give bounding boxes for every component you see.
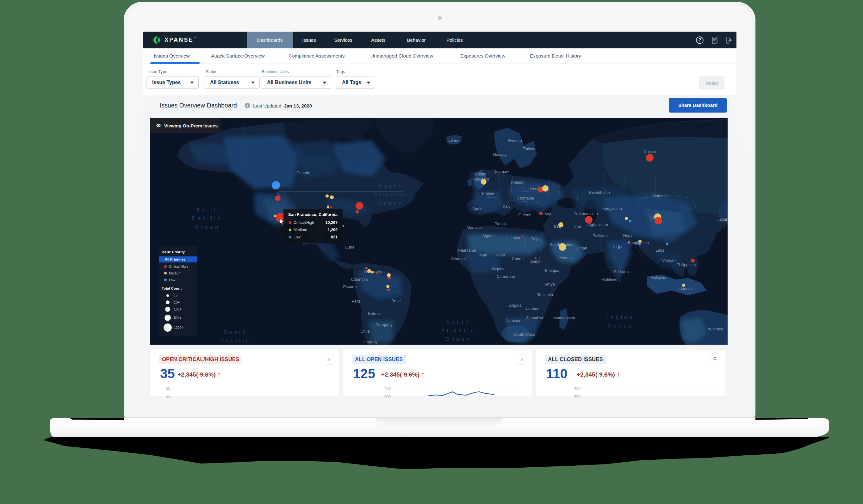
svg-text:Colombia: Colombia: [351, 277, 368, 282]
svg-text:Indian: Indian: [607, 315, 634, 320]
svg-text:Afghanistan: Afghanistan: [587, 223, 608, 227]
svg-text:100+: 100+: [174, 307, 182, 311]
svg-text:Kyrgyzstan: Kyrgyzstan: [602, 206, 622, 211]
svg-text:Canada: Canada: [297, 171, 310, 175]
svg-text:San Francisco, California: San Francisco, California: [288, 212, 338, 217]
svg-text:Cameroon: Cameroon: [497, 275, 515, 279]
svg-text:Brazil: Brazil: [391, 299, 401, 303]
svg-text:Chad: Chad: [512, 257, 521, 261]
svg-text:1,209: 1,209: [328, 228, 338, 232]
svg-text:Mali: Mali: [479, 253, 487, 257]
svg-text:Ocean: Ocean: [194, 224, 220, 229]
svg-text:Mauritania: Mauritania: [458, 248, 476, 253]
svg-text:Ocean: Ocean: [608, 323, 634, 328]
svg-text:Laos: Laos: [655, 248, 664, 253]
svg-text:Zimbabwe: Zimbabwe: [526, 316, 545, 320]
svg-text:Finland: Finland: [523, 147, 536, 151]
svg-text:Denmark: Denmark: [493, 169, 510, 174]
svg-text:Libya: Libya: [511, 236, 520, 240]
svg-text:Angola: Angola: [509, 303, 522, 308]
svg-text:Critical/High: Critical/High: [169, 265, 188, 268]
svg-text:France: France: [482, 191, 495, 196]
svg-text:500+: 500+: [174, 316, 182, 320]
svg-text:Paraguay: Paraguay: [375, 323, 392, 327]
svg-text:Bolivia: Bolivia: [368, 312, 380, 316]
svg-text:Japan: Japan: [717, 217, 728, 222]
svg-text:South: South: [446, 319, 471, 325]
svg-text:Kazakhstan: Kazakhstan: [589, 191, 610, 195]
svg-text:Maldives: Maldives: [601, 278, 617, 282]
svg-text:Pacific: Pacific: [192, 216, 222, 221]
svg-text:Nigeria: Nigeria: [492, 267, 504, 271]
svg-text:Iran: Iran: [574, 225, 581, 229]
svg-text:Low: Low: [169, 278, 175, 282]
svg-text:South Africa: South Africa: [514, 332, 535, 337]
svg-text:Mongolia: Mongolia: [653, 194, 669, 198]
svg-text:Algeria: Algeria: [483, 234, 495, 238]
svg-text:Ocean: Ocean: [446, 337, 471, 342]
svg-text:North: North: [196, 207, 219, 213]
svg-text:Medium: Medium: [169, 271, 181, 275]
svg-text:1+: 1+: [174, 294, 178, 298]
svg-text:Norway: Norway: [493, 152, 507, 157]
svg-text:Uruguay: Uruguay: [363, 340, 378, 344]
svg-text:Poland: Poland: [511, 180, 524, 185]
svg-text:Australia: Australia: [708, 327, 723, 331]
svg-text:Philippines: Philippines: [677, 263, 696, 267]
svg-text:Romania: Romania: [518, 196, 534, 200]
svg-text:Atlantic: Atlantic: [441, 328, 475, 333]
svg-text:Sudan: Sudan: [530, 259, 541, 264]
svg-text:Malaysia: Malaysia: [650, 275, 666, 280]
svg-text:Madagascar: Madagascar: [554, 316, 575, 320]
svg-text:Ocean: Ocean: [378, 200, 404, 206]
svg-text:Indonesia: Indonesia: [676, 287, 693, 291]
svg-text:1000+: 1000+: [174, 326, 184, 329]
svg-text:Pakistan: Pakistan: [592, 234, 608, 238]
svg-text:South: South: [224, 329, 248, 335]
svg-text:10+: 10+: [174, 300, 180, 304]
svg-text:Niger: Niger: [496, 253, 505, 257]
svg-text:Sweden: Sweden: [508, 138, 522, 143]
svg-text:India: India: [613, 245, 622, 249]
svg-text:Kenya: Kenya: [543, 282, 554, 287]
svg-text:All Priorities: All Priorities: [165, 257, 185, 261]
svg-text:Yemen: Yemen: [560, 256, 572, 260]
svg-text:Tunisia: Tunisia: [495, 222, 508, 226]
svg-text:Peru: Peru: [352, 299, 360, 304]
svg-text:Italy: Italy: [503, 204, 511, 209]
svg-text:Viewing On-Prem Issues: Viewing On-Prem Issues: [164, 123, 218, 128]
svg-text:Namibia: Namibia: [505, 318, 520, 323]
svg-text:Total Count: Total Count: [162, 287, 182, 290]
svg-text:Turkmenistan: Turkmenistan: [574, 212, 598, 216]
svg-text:Ecuador: Ecuador: [343, 285, 358, 289]
svg-text:United: United: [475, 172, 486, 176]
svg-text:Sri Lanka: Sri Lanka: [614, 270, 631, 274]
svg-text:Critical/High: Critical/High: [293, 220, 314, 225]
svg-text:Greece: Greece: [518, 213, 531, 217]
svg-text:Egypt: Egypt: [530, 237, 541, 241]
svg-text:821: 821: [331, 235, 338, 239]
svg-text:Issue Priority: Issue Priority: [162, 250, 185, 254]
svg-text:Chile: Chile: [361, 329, 370, 333]
svg-text:Zambia: Zambia: [525, 306, 538, 311]
svg-text:Senegal: Senegal: [451, 257, 466, 261]
svg-text:Medium: Medium: [293, 228, 307, 232]
svg-text:Pacific: Pacific: [221, 338, 251, 343]
svg-text:Russia: Russia: [644, 150, 656, 154]
svg-text:Morocco: Morocco: [467, 225, 482, 230]
svg-text:Ethiopia: Ethiopia: [545, 268, 559, 273]
svg-text:Oman: Oman: [576, 246, 587, 250]
svg-text:Cuba: Cuba: [345, 245, 354, 250]
svg-text:North: North: [379, 184, 402, 189]
svg-text:Tanzania: Tanzania: [537, 293, 553, 297]
svg-text:Atlantic: Atlantic: [374, 192, 408, 197]
svg-text:10,267: 10,267: [326, 220, 338, 225]
svg-text:Nepal: Nepal: [623, 234, 634, 238]
svg-text:Vietnam: Vietnam: [662, 258, 677, 263]
svg-text:Low: Low: [293, 235, 301, 239]
svg-text:Spain: Spain: [472, 207, 483, 211]
svg-text:Iceland: Iceland: [447, 138, 459, 143]
